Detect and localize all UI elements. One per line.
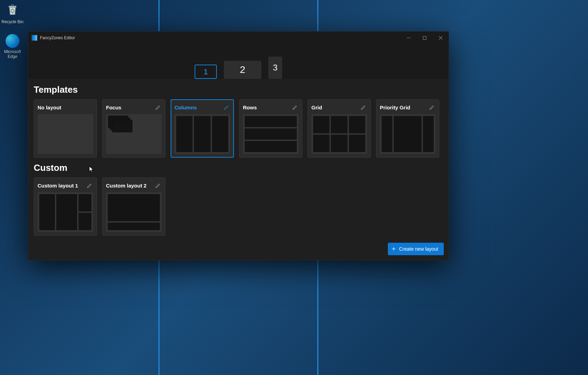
custom-card-2[interactable]: Custom layout 2 — [102, 177, 165, 236]
edit-button[interactable] — [428, 103, 435, 111]
edit-button[interactable] — [222, 103, 230, 111]
window-title: FancyZones Editor — [40, 35, 75, 40]
template-card-focus[interactable]: Focus — [102, 99, 165, 158]
fancyzones-editor-window: FancyZones Editor 1 2 3 Templates No lay… — [28, 31, 449, 260]
card-title: Rows — [243, 105, 257, 110]
card-title: Custom layout 2 — [106, 183, 147, 189]
close-button[interactable] — [433, 32, 449, 44]
pencil-icon — [155, 105, 161, 110]
template-card-priority-grid[interactable]: Priority Grid — [376, 99, 439, 158]
layout-preview — [174, 114, 230, 154]
custom-card-1[interactable]: Custom layout 1 — [34, 177, 97, 236]
svg-rect-1 — [423, 36, 426, 40]
templates-row: No layout Focus Col — [34, 99, 443, 158]
card-title: Columns — [174, 105, 197, 110]
monitor-tab-2[interactable]: 2 — [224, 61, 261, 79]
layout-preview — [380, 114, 435, 154]
pencil-icon — [361, 105, 366, 110]
layout-preview — [243, 114, 299, 154]
edit-button[interactable] — [359, 103, 367, 111]
template-card-no-layout[interactable]: No layout — [34, 99, 97, 158]
desktop-icon-label: Recycle Bin — [0, 19, 26, 24]
edge-icon — [6, 34, 19, 48]
pencil-icon — [292, 105, 297, 110]
plus-icon: + — [392, 246, 396, 252]
card-title: Grid — [311, 105, 322, 110]
custom-row: Custom layout 1 Custom layout 2 — [34, 177, 443, 236]
create-new-layout-button[interactable]: + Create new layout — [388, 243, 444, 255]
layout-preview — [106, 192, 162, 232]
monitor-tab-1[interactable]: 1 — [195, 65, 217, 79]
pencil-icon — [87, 183, 92, 188]
card-title: Priority Grid — [380, 105, 410, 110]
minimize-button[interactable] — [401, 32, 417, 44]
card-title: No layout — [38, 105, 61, 110]
card-title: Focus — [106, 105, 121, 110]
edit-button[interactable] — [154, 182, 162, 189]
layout-preview — [311, 114, 367, 154]
edit-button[interactable] — [291, 103, 299, 111]
edit-button[interactable] — [85, 182, 93, 189]
monitor-tab-3[interactable]: 3 — [268, 57, 282, 79]
maximize-button[interactable] — [417, 32, 433, 44]
pencil-icon — [155, 183, 161, 188]
layout-preview — [38, 192, 93, 232]
card-title: Custom layout 1 — [38, 183, 78, 189]
template-card-rows[interactable]: Rows — [239, 99, 302, 158]
pencil-icon — [224, 105, 229, 110]
pencil-icon — [429, 105, 434, 110]
monitor-tab-label: 1 — [204, 67, 208, 76]
monitor-selector: 1 2 3 — [28, 44, 449, 79]
layout-preview — [38, 114, 93, 154]
desktop-icon-recycle-bin[interactable]: Recycle Bin — [0, 1, 26, 24]
templates-heading: Templates — [34, 84, 443, 95]
desktop-icon-edge[interactable]: Microsoft Edge — [0, 34, 26, 59]
monitor-tab-label: 3 — [273, 63, 277, 73]
content-area: Templates No layout Focus — [28, 79, 449, 260]
app-icon — [32, 35, 37, 41]
template-card-grid[interactable]: Grid — [308, 99, 371, 158]
custom-heading: Custom — [34, 162, 443, 173]
desktop-icon-label: Microsoft Edge — [0, 49, 26, 59]
monitor-tab-label: 2 — [240, 64, 245, 75]
create-button-label: Create new layout — [399, 246, 438, 252]
recycle-bin-icon — [4, 1, 21, 18]
edit-button[interactable] — [154, 103, 162, 111]
title-bar[interactable]: FancyZones Editor — [28, 32, 449, 44]
layout-preview — [106, 114, 162, 154]
template-card-columns[interactable]: Columns — [171, 99, 234, 158]
